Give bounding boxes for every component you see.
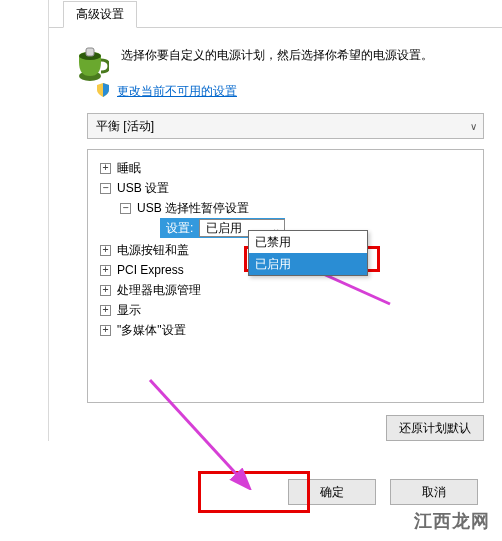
expander-icon[interactable]: − xyxy=(100,183,111,194)
cancel-button[interactable]: 取消 xyxy=(390,479,478,505)
watermark: 江西龙网 xyxy=(414,509,490,533)
ok-button[interactable]: 确定 xyxy=(288,479,376,505)
expander-icon[interactable]: + xyxy=(100,265,111,276)
settings-tree: + 睡眠 − USB 设置 − USB 选择性暂停设置 设置: 已启用 ⌄ + xyxy=(87,149,484,403)
power-plan-value: 平衡 [活动] xyxy=(96,118,154,135)
tab-advanced[interactable]: 高级设置 xyxy=(63,1,137,28)
shield-icon xyxy=(95,82,111,101)
tree-item-multimedia[interactable]: + "多媒体"设置 xyxy=(94,320,477,340)
setting-label: 设置: xyxy=(160,220,199,237)
expander-icon[interactable]: − xyxy=(120,203,131,214)
tree-label: 处理器电源管理 xyxy=(117,281,201,299)
chevron-down-icon: ∨ xyxy=(470,121,477,132)
tree-item-cpu[interactable]: + 处理器电源管理 xyxy=(94,280,477,300)
tree-label: USB 设置 xyxy=(117,179,169,197)
expander-icon[interactable]: + xyxy=(100,163,111,174)
dropdown-option-enabled[interactable]: 已启用 xyxy=(249,253,367,275)
intro-text: 选择你要自定义的电源计划，然后选择你希望的电源设置。 xyxy=(121,46,433,64)
dialog-buttons: 确定 取消 xyxy=(288,479,478,505)
setting-value-text: 已启用 xyxy=(206,220,242,237)
tree-label: 显示 xyxy=(117,301,141,319)
advanced-power-dialog: 高级设置 选择你要自定义的电源计划，然后选择你希望的电源设置。 xyxy=(48,0,502,441)
setting-dropdown-list: 已禁用 已启用 xyxy=(248,230,368,276)
tree-item-usb-suspend[interactable]: − USB 选择性暂停设置 xyxy=(94,198,477,218)
tree-label: PCI Express xyxy=(117,261,184,279)
tree-label: "多媒体"设置 xyxy=(117,321,186,339)
power-plan-icon xyxy=(71,46,109,84)
expander-icon[interactable]: + xyxy=(100,245,111,256)
expander-icon[interactable]: + xyxy=(100,325,111,336)
tree-item-usb[interactable]: − USB 设置 xyxy=(94,178,477,198)
change-unavailable-link[interactable]: 更改当前不可用的设置 xyxy=(117,83,237,100)
tree-label: 电源按钮和盖 xyxy=(117,241,189,259)
tree-label: 睡眠 xyxy=(117,159,141,177)
tab-strip: 高级设置 xyxy=(49,0,502,28)
dropdown-option-disabled[interactable]: 已禁用 xyxy=(249,231,367,253)
power-plan-select[interactable]: 平衡 [活动] ∨ xyxy=(87,113,484,139)
tree-item-display[interactable]: + 显示 xyxy=(94,300,477,320)
expander-icon[interactable]: + xyxy=(100,285,111,296)
tree-label: USB 选择性暂停设置 xyxy=(137,199,249,217)
restore-defaults-button[interactable]: 还原计划默认 xyxy=(386,415,484,441)
expander-icon[interactable]: + xyxy=(100,305,111,316)
svg-rect-2 xyxy=(86,48,94,56)
tree-item-sleep[interactable]: + 睡眠 xyxy=(94,158,477,178)
